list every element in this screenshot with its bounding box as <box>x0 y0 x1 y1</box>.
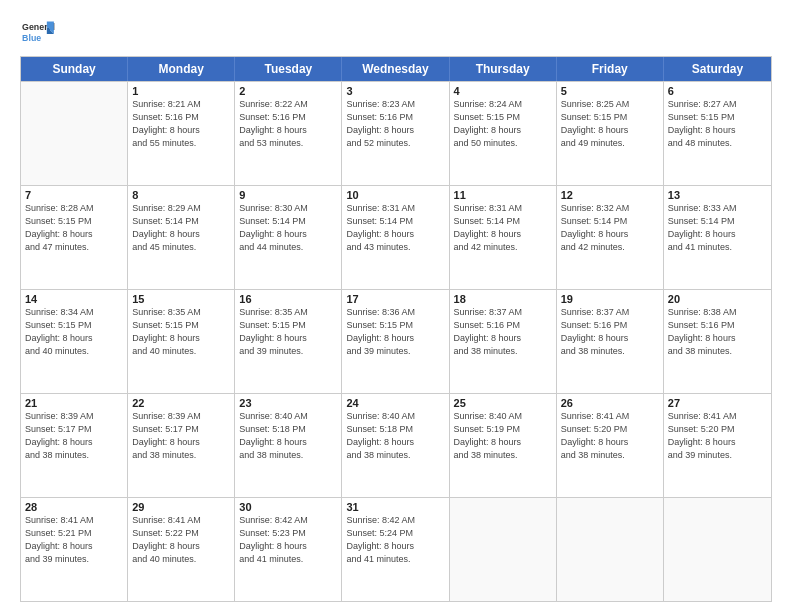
calendar-cell: 13Sunrise: 8:33 AMSunset: 5:14 PMDayligh… <box>664 186 771 289</box>
cell-info: and 38 minutes. <box>239 449 337 462</box>
cell-info: Sunset: 5:16 PM <box>454 319 552 332</box>
calendar-cell: 12Sunrise: 8:32 AMSunset: 5:14 PMDayligh… <box>557 186 664 289</box>
cell-info: Sunrise: 8:41 AM <box>668 410 767 423</box>
cell-info: Sunrise: 8:34 AM <box>25 306 123 319</box>
calendar-cell: 11Sunrise: 8:31 AMSunset: 5:14 PMDayligh… <box>450 186 557 289</box>
cell-info: Sunset: 5:16 PM <box>239 111 337 124</box>
cell-info: Daylight: 8 hours <box>25 332 123 345</box>
day-number: 26 <box>561 397 659 409</box>
day-number: 25 <box>454 397 552 409</box>
cell-info: and 41 minutes. <box>239 553 337 566</box>
calendar-cell: 3Sunrise: 8:23 AMSunset: 5:16 PMDaylight… <box>342 82 449 185</box>
cell-info: and 53 minutes. <box>239 137 337 150</box>
header-day-thursday: Thursday <box>450 57 557 81</box>
cell-info: Sunset: 5:15 PM <box>132 319 230 332</box>
cell-info: Sunrise: 8:35 AM <box>132 306 230 319</box>
cell-info: Sunrise: 8:42 AM <box>239 514 337 527</box>
cell-info: Daylight: 8 hours <box>132 332 230 345</box>
calendar-week-3: 14Sunrise: 8:34 AMSunset: 5:15 PMDayligh… <box>21 289 771 393</box>
day-number: 30 <box>239 501 337 513</box>
cell-info: Sunset: 5:18 PM <box>239 423 337 436</box>
cell-info: Daylight: 8 hours <box>454 124 552 137</box>
day-number: 17 <box>346 293 444 305</box>
cell-info: Sunrise: 8:31 AM <box>346 202 444 215</box>
cell-info: Sunrise: 8:41 AM <box>132 514 230 527</box>
calendar-cell: 31Sunrise: 8:42 AMSunset: 5:24 PMDayligh… <box>342 498 449 601</box>
cell-info: and 41 minutes. <box>346 553 444 566</box>
calendar-week-1: 1Sunrise: 8:21 AMSunset: 5:16 PMDaylight… <box>21 81 771 185</box>
cell-info: Sunrise: 8:32 AM <box>561 202 659 215</box>
page: General Blue SundayMondayTuesdayWednesda… <box>0 0 792 612</box>
cell-info: Sunrise: 8:40 AM <box>454 410 552 423</box>
cell-info: and 39 minutes. <box>668 449 767 462</box>
cell-info: Sunrise: 8:42 AM <box>346 514 444 527</box>
header-day-tuesday: Tuesday <box>235 57 342 81</box>
cell-info: Sunset: 5:17 PM <box>132 423 230 436</box>
cell-info: Daylight: 8 hours <box>346 540 444 553</box>
calendar-week-2: 7Sunrise: 8:28 AMSunset: 5:15 PMDaylight… <box>21 185 771 289</box>
calendar-cell: 19Sunrise: 8:37 AMSunset: 5:16 PMDayligh… <box>557 290 664 393</box>
calendar-cell: 25Sunrise: 8:40 AMSunset: 5:19 PMDayligh… <box>450 394 557 497</box>
cell-info: Daylight: 8 hours <box>132 124 230 137</box>
header: General Blue <box>20 18 772 48</box>
cell-info: Sunrise: 8:27 AM <box>668 98 767 111</box>
logo-icon: General Blue <box>20 18 56 48</box>
cell-info: Sunrise: 8:21 AM <box>132 98 230 111</box>
day-number: 7 <box>25 189 123 201</box>
cell-info: Daylight: 8 hours <box>239 540 337 553</box>
cell-info: Daylight: 8 hours <box>561 124 659 137</box>
cell-info: Daylight: 8 hours <box>239 436 337 449</box>
cell-info: Daylight: 8 hours <box>239 228 337 241</box>
day-number: 10 <box>346 189 444 201</box>
cell-info: Daylight: 8 hours <box>132 228 230 241</box>
cell-info: Sunset: 5:14 PM <box>454 215 552 228</box>
cell-info: Daylight: 8 hours <box>668 332 767 345</box>
calendar-week-5: 28Sunrise: 8:41 AMSunset: 5:21 PMDayligh… <box>21 497 771 601</box>
calendar-cell: 28Sunrise: 8:41 AMSunset: 5:21 PMDayligh… <box>21 498 128 601</box>
cell-info: Sunset: 5:14 PM <box>132 215 230 228</box>
calendar-cell: 4Sunrise: 8:24 AMSunset: 5:15 PMDaylight… <box>450 82 557 185</box>
cell-info: and 49 minutes. <box>561 137 659 150</box>
cell-info: and 40 minutes. <box>25 345 123 358</box>
cell-info: Daylight: 8 hours <box>454 436 552 449</box>
calendar-cell: 27Sunrise: 8:41 AMSunset: 5:20 PMDayligh… <box>664 394 771 497</box>
cell-info: Sunset: 5:15 PM <box>668 111 767 124</box>
cell-info: Sunrise: 8:41 AM <box>561 410 659 423</box>
day-number: 23 <box>239 397 337 409</box>
calendar-cell: 29Sunrise: 8:41 AMSunset: 5:22 PMDayligh… <box>128 498 235 601</box>
cell-info: Sunset: 5:18 PM <box>346 423 444 436</box>
cell-info: Daylight: 8 hours <box>454 332 552 345</box>
cell-info: Daylight: 8 hours <box>25 228 123 241</box>
day-number: 5 <box>561 85 659 97</box>
cell-info: and 42 minutes. <box>454 241 552 254</box>
cell-info: Sunset: 5:24 PM <box>346 527 444 540</box>
calendar-cell: 2Sunrise: 8:22 AMSunset: 5:16 PMDaylight… <box>235 82 342 185</box>
cell-info: Sunset: 5:14 PM <box>561 215 659 228</box>
calendar-cell: 26Sunrise: 8:41 AMSunset: 5:20 PMDayligh… <box>557 394 664 497</box>
cell-info: and 55 minutes. <box>132 137 230 150</box>
calendar-cell: 10Sunrise: 8:31 AMSunset: 5:14 PMDayligh… <box>342 186 449 289</box>
cell-info: and 38 minutes. <box>132 449 230 462</box>
cell-info: Daylight: 8 hours <box>239 124 337 137</box>
cell-info: Sunset: 5:16 PM <box>668 319 767 332</box>
day-number: 11 <box>454 189 552 201</box>
day-number: 27 <box>668 397 767 409</box>
cell-info: Sunset: 5:14 PM <box>346 215 444 228</box>
cell-info: Sunset: 5:17 PM <box>25 423 123 436</box>
calendar-cell: 16Sunrise: 8:35 AMSunset: 5:15 PMDayligh… <box>235 290 342 393</box>
cell-info: Daylight: 8 hours <box>346 332 444 345</box>
day-number: 21 <box>25 397 123 409</box>
day-number: 22 <box>132 397 230 409</box>
cell-info: Sunrise: 8:24 AM <box>454 98 552 111</box>
day-number: 12 <box>561 189 659 201</box>
day-number: 1 <box>132 85 230 97</box>
day-number: 8 <box>132 189 230 201</box>
logo: General Blue <box>20 18 56 48</box>
cell-info: Daylight: 8 hours <box>561 332 659 345</box>
cell-info: and 38 minutes. <box>454 345 552 358</box>
cell-info: Sunrise: 8:39 AM <box>25 410 123 423</box>
cell-info: Sunrise: 8:40 AM <box>239 410 337 423</box>
cell-info: and 41 minutes. <box>668 241 767 254</box>
day-number: 24 <box>346 397 444 409</box>
cell-info: Sunrise: 8:40 AM <box>346 410 444 423</box>
